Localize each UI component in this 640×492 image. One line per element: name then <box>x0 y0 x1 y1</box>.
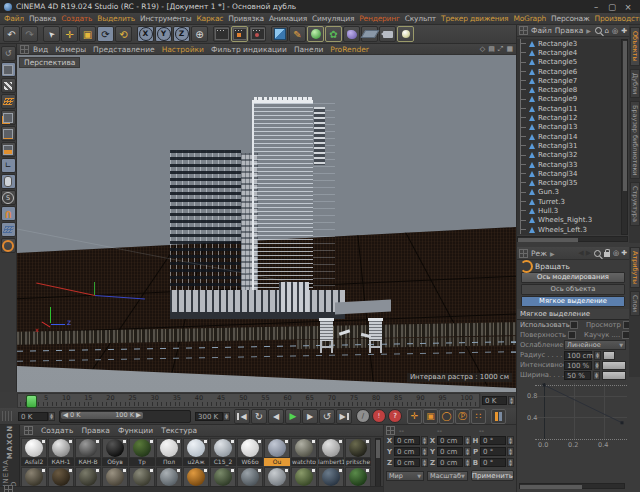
stepper-icon[interactable] <box>507 436 514 445</box>
playhead[interactable] <box>26 395 37 408</box>
play-button[interactable]: ▶ <box>285 409 301 424</box>
viewport-menu-item[interactable]: Камеры <box>55 45 86 54</box>
viewport-menu-item[interactable]: ProRender <box>330 45 369 54</box>
render-settings-button[interactable] <box>231 26 248 42</box>
om-menu-file[interactable]: Файл <box>531 26 552 35</box>
history-icon[interactable]: ◎ <box>613 249 619 257</box>
workplane-a-button[interactable] <box>1 222 16 237</box>
stepper-icon[interactable] <box>594 361 600 370</box>
falloff-curve[interactable] <box>517 381 629 451</box>
menu-item[interactable]: Инструменты <box>140 14 191 23</box>
object-list-hscrollbar[interactable] <box>517 236 628 242</box>
panel-grip-icon[interactable] <box>2 411 14 421</box>
home-icon[interactable]: ⌂ <box>605 27 609 35</box>
coordinate-system-button[interactable]: ⊕ <box>191 26 208 42</box>
position-field[interactable]: 0 cm <box>394 458 420 467</box>
material-item[interactable] <box>318 467 344 487</box>
key-rotation-button[interactable]: ◯ <box>439 409 454 424</box>
panel-grip-icon[interactable] <box>519 249 528 258</box>
rotation-field[interactable]: 0 ° <box>480 458 506 467</box>
material-menu-item[interactable]: Текстура <box>161 426 197 435</box>
surface-checkbox[interactable] <box>568 331 576 339</box>
key-position-button[interactable]: ✛ <box>407 409 422 424</box>
viewport-menu-item[interactable]: Панели <box>294 45 323 54</box>
material-item[interactable] <box>210 467 236 487</box>
material-item[interactable]: С15_2 <box>210 438 236 466</box>
snap-scale-button[interactable]: S <box>1 190 16 205</box>
menu-item[interactable]: Выделить <box>97 14 135 23</box>
radius-mini-slider[interactable] <box>603 351 615 360</box>
last-tool-button[interactable]: ⟲ <box>115 26 132 42</box>
previous-frame-button[interactable]: ◀ <box>268 409 284 424</box>
undo-button[interactable]: ↶ <box>3 26 20 42</box>
manager-tab[interactable]: Объекты <box>630 27 640 66</box>
history-back-icon[interactable]: ◀ <box>578 249 583 257</box>
menu-item[interactable]: Файл <box>4 14 24 23</box>
object-item[interactable]: Rectangl35 <box>517 178 621 187</box>
object-item[interactable]: Rectangl12 <box>517 113 621 122</box>
position-header[interactable]: -- <box>399 427 437 435</box>
object-item[interactable]: Wheels_Left.3 <box>517 225 621 234</box>
apply-button[interactable]: Применить <box>471 470 514 481</box>
stepper-icon[interactable] <box>464 458 471 467</box>
stepper-icon[interactable] <box>508 396 515 405</box>
timeline-ruler[interactable]: 0510152025303540455055606570758085909510… <box>17 393 480 408</box>
material-item[interactable] <box>345 467 371 487</box>
size-field[interactable]: 0 cm <box>437 458 463 467</box>
live-selection-button[interactable]: ➤ <box>43 26 60 42</box>
material-menu-item[interactable]: Создать <box>41 426 73 435</box>
lock-icon[interactable] <box>604 252 610 257</box>
object-item[interactable]: Rectangl13 <box>517 123 621 132</box>
material-scrollbar[interactable] <box>375 438 381 490</box>
object-item[interactable]: Rectangle4 <box>517 48 621 57</box>
menu-item[interactable]: Рендеринг <box>359 14 400 23</box>
search-icon[interactable] <box>595 27 602 34</box>
material-item[interactable]: watchto <box>291 438 317 466</box>
mode-dropdown[interactable]: Масштаб <box>427 471 468 481</box>
viewport-menu-item[interactable]: Настройки <box>162 45 204 54</box>
record-button[interactable]: ! <box>372 409 386 423</box>
floor-environment-button[interactable] <box>361 26 378 42</box>
width-slider[interactable] <box>602 371 626 380</box>
camera-label[interactable]: Перспектива <box>19 57 80 68</box>
stepper-icon[interactable] <box>594 351 601 360</box>
pane-swap-icon[interactable]: ◇ <box>480 45 485 53</box>
redo-button[interactable]: ↷ <box>21 26 38 42</box>
material-item[interactable]: КАН-В <box>75 438 101 466</box>
panel-grip-icon[interactable] <box>20 45 29 54</box>
scrollbar-thumb[interactable] <box>520 485 582 489</box>
strength-slider[interactable] <box>602 361 626 370</box>
subdivision-surface-button[interactable] <box>307 26 324 42</box>
rotate-tool-button[interactable]: ⟳ <box>97 26 114 42</box>
panel-grip-icon[interactable] <box>386 426 395 435</box>
size-field[interactable]: 0 cm <box>437 436 463 445</box>
size-field[interactable]: 0 cm <box>437 447 463 456</box>
menu-overflow-icon[interactable]: ▶ <box>586 27 591 34</box>
material-item[interactable] <box>48 467 74 487</box>
polygons-mode-button[interactable] <box>1 142 16 157</box>
manager-tab[interactable]: Дубли <box>630 69 640 98</box>
radius-field[interactable]: 100 cm <box>564 351 592 360</box>
object-item[interactable]: Rectangle9 <box>517 95 621 104</box>
rotation-header[interactable]: -- <box>479 427 484 435</box>
menu-item[interactable]: Трекер движения <box>441 14 508 23</box>
scrollbar-thumb[interactable] <box>376 440 380 458</box>
scale-tool-button[interactable]: ▣ <box>79 26 96 42</box>
manager-tab[interactable]: Структура <box>630 182 640 226</box>
preview-range-slider[interactable]: ◀ 0 K 100 K ▶ <box>59 410 191 423</box>
menu-overflow-icon[interactable]: ▶ <box>550 250 555 257</box>
object-item[interactable]: Rectangle7 <box>517 76 621 85</box>
position-field[interactable]: 0 cm <box>394 447 420 456</box>
filter-icon[interactable]: ◎ <box>612 27 618 35</box>
object-item[interactable]: Rectangl32 <box>517 151 621 160</box>
material-item[interactable] <box>237 467 263 487</box>
om-menu-edit[interactable]: Правка <box>555 26 584 35</box>
edges-mode-button[interactable] <box>1 126 16 141</box>
current-frame-field[interactable]: 0 K <box>18 412 48 421</box>
viewport-solo-button[interactable] <box>1 174 16 189</box>
move-tool-button[interactable]: ✛ <box>61 26 78 42</box>
material-item[interactable]: Asfal2 <box>21 438 47 466</box>
loop-mode-button[interactable]: ↺ <box>319 409 335 424</box>
stepper-icon[interactable] <box>421 436 428 445</box>
material-item[interactable]: Обув <box>102 438 128 466</box>
